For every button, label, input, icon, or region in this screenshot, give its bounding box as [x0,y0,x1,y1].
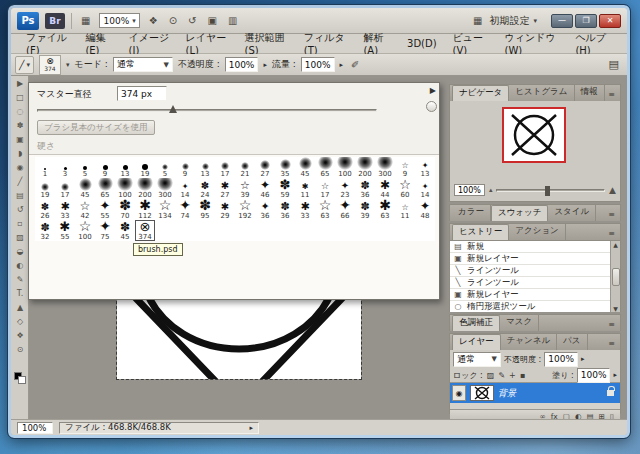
panel-menu-icon[interactable]: ≡ [605,210,618,221]
layer-fill-stepper[interactable]: ▸ [613,371,617,379]
brush-preset-45[interactable]: 45 [75,178,95,199]
brush-preset-48[interactable]: ✦48 [415,199,435,220]
status-file-info[interactable]: ファイル : 468.8K/468.8K ▸ [59,422,259,434]
brush-preset-1[interactable]: 1 [35,157,55,178]
marquee-tool[interactable]: □ [11,90,29,104]
brush-preset-35[interactable]: 35 [275,157,295,178]
brush-preset-5[interactable]: 5 [155,157,175,178]
brush-preset-65[interactable]: 65 [95,178,115,199]
history-tab-1[interactable]: アクション [509,224,566,240]
brush-preset-300[interactable]: 300 [375,157,395,178]
brush-preset-39[interactable]: ☆39 [235,178,255,199]
panel-menu-icon[interactable]: ≡ [605,90,618,101]
brush-preset-27[interactable]: ✱27 [215,178,235,199]
brush-preset-19[interactable]: 19 [135,157,155,178]
swatches-tab-2[interactable]: スタイル [548,205,596,221]
navigator-zoom-field[interactable]: 100% [454,184,485,196]
brush-preset-33[interactable]: ✱33 [295,199,315,220]
eraser-tool[interactable]: ▫ [11,216,29,230]
navigator-zoom-slider[interactable] [496,189,605,192]
navigator-tab-0[interactable]: ナビゲータ [452,85,509,101]
healing-brush-tool[interactable]: ◉ [11,160,29,174]
brush-preset-60[interactable]: ☆60 [395,178,415,199]
delete-layer-icon[interactable]: ▯ [610,412,614,420]
brush-preset-24[interactable]: ✽24 [195,178,215,199]
brush-preset-74[interactable]: ✦74 [175,199,195,220]
screen-mode-icon[interactable]: ▥ [225,14,240,27]
brush-preset-300[interactable]: 300 [155,178,175,199]
bridge-button[interactable]: Br [45,13,65,29]
flow-stepper[interactable]: ▸ [340,61,344,69]
pen-tool[interactable]: ✎ [11,272,29,286]
brush-preset-100[interactable]: 100 [335,157,355,178]
crop-tool[interactable]: ▣ [11,132,29,146]
layers-tab-2[interactable]: パス [557,334,587,350]
diameter-slider-track[interactable] [37,109,377,112]
brush-preset-112[interactable]: ✱112 [135,199,155,220]
layer-row-background[interactable]: ◉ 背景 [450,383,620,403]
clone-stamp-tool[interactable]: ▤ [11,188,29,202]
brush-preset-21[interactable]: 21 [235,157,255,178]
history-item-4[interactable]: ▣新規レイヤー [450,289,620,301]
history-brush-tool[interactable]: ↺ [11,202,29,216]
brush-preset-55[interactable]: ✦55 [95,199,115,220]
brush-preset-46[interactable]: ✦46 [255,178,275,199]
layer-opacity-stepper[interactable]: ▸ [581,355,585,363]
brush-preset-100[interactable]: ☆100 [75,220,95,241]
brush-tool[interactable]: ╱ [11,174,29,188]
navigator-proxy-view[interactable] [502,107,566,163]
zoom-level-field[interactable]: 100% ▾ [99,13,139,28]
brush-preset-134[interactable]: ☆134 [155,199,175,220]
brush-preset-17[interactable]: 17 [215,157,235,178]
brush-preset-11[interactable]: ✱11 [295,178,315,199]
brush-preset-19[interactable]: 19 [35,178,55,199]
brush-preset-5[interactable]: 5 [75,157,95,178]
history-item-0[interactable]: ▤新規 [450,241,620,253]
airbrush-icon[interactable]: ✐ [348,58,362,71]
history-item-1[interactable]: ▣新規レイヤー [450,253,620,265]
brush-preset-63[interactable]: ☆63 [315,199,335,220]
brush-preset-36[interactable]: ✽36 [355,178,375,199]
navigator-tab-2[interactable]: 情報 [575,85,605,101]
brush-preset-13[interactable]: 13 [195,157,215,178]
brush-preset-17[interactable]: 17 [55,178,75,199]
brush-preset-26[interactable]: ✽26 [35,199,55,220]
brush-preset-17[interactable]: ☆17 [315,178,335,199]
layers-tab-1[interactable]: チャンネル [501,334,558,350]
brush-preset-9[interactable]: ☆9 [395,157,415,178]
brush-preset-374[interactable]: ⊗374 [135,220,155,241]
brush-preset-66[interactable]: ✦66 [335,199,355,220]
blur-tool[interactable]: ◒ [11,244,29,258]
palette-well-icon[interactable]: ▤ [609,58,623,71]
lasso-tool[interactable]: ◌ [11,104,29,118]
history-item-2[interactable]: ╲ラインツール [450,265,620,277]
layers-tab-0[interactable]: レイヤー [452,334,501,350]
brush-preset-9[interactable]: 9 [95,157,115,178]
document-canvas[interactable] [117,297,361,379]
brush-preset-200[interactable]: 200 [135,178,155,199]
swatches-tab-0[interactable]: カラー [452,205,491,221]
background-color-swatch[interactable] [18,376,26,384]
zoom-tool[interactable]: ⊙ [11,342,29,356]
path-selection-tool[interactable]: ▲ [11,300,29,314]
history-item-5[interactable]: ○楕円形選択ツール [450,301,620,312]
scroll-up-icon[interactable]: ▲ [613,241,618,248]
brush-preset-200[interactable]: 200 [355,157,375,178]
minimize-button[interactable]: — [551,14,573,28]
zoom-out-icon[interactable]: ▴ [489,186,493,194]
arrange-documents-icon[interactable]: ▣ [204,14,219,27]
layer-group-icon[interactable]: ▤ [586,412,593,420]
brush-preset-70[interactable]: ✽70 [115,199,135,220]
opacity-field[interactable]: 100% [225,57,259,72]
brush-preset-95[interactable]: ✽95 [195,199,215,220]
brush-preset-33[interactable]: ✱33 [55,199,75,220]
brush-preset-27[interactable]: 27 [255,157,275,178]
layer-blend-mode-select[interactable]: 通常 ▼ [453,352,501,367]
history-tab-0[interactable]: ヒストリー [452,224,509,240]
brush-preset-45[interactable]: ✽45 [115,220,135,241]
blend-mode-select[interactable]: 通常 ▼ [113,57,173,72]
brush-preset-14[interactable]: ✦14 [175,178,195,199]
hand-icon[interactable]: ❖ [146,14,161,27]
swatches-tab-1[interactable]: スウォッチ [491,205,549,221]
layer-fill-field[interactable]: 100% [577,368,611,383]
